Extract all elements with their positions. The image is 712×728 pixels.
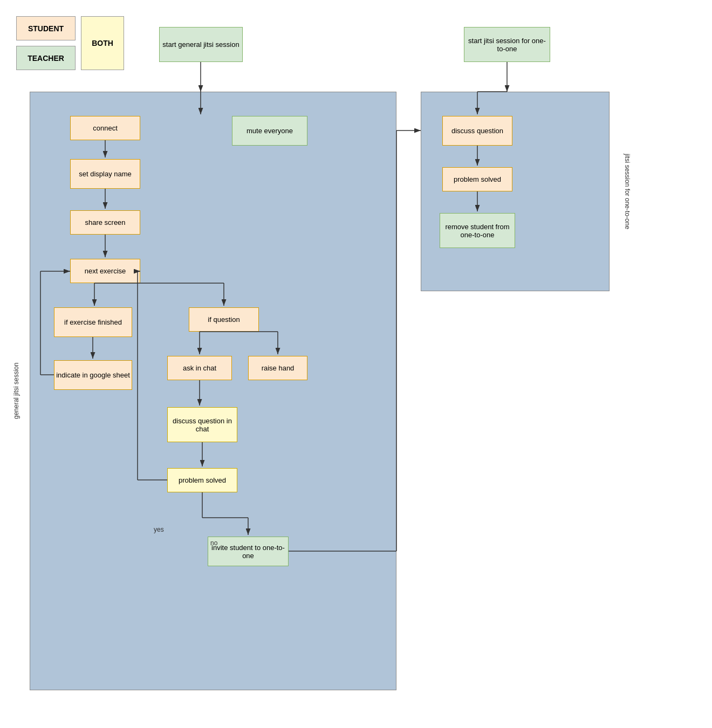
box-raise-hand: raise hand bbox=[248, 356, 307, 380]
box-if-exercise-finished: if exercise finished bbox=[54, 307, 132, 337]
box-indicate-google-sheet: indicate in google sheet bbox=[54, 360, 132, 390]
box-ask-in-chat: ask in chat bbox=[167, 356, 232, 380]
box-start-onetoone: start jitsi session for one-to-one bbox=[464, 27, 550, 62]
box-share-screen: share screen bbox=[70, 210, 140, 235]
diagram-container: STUDENT TEACHER BOTH start general jitsi… bbox=[0, 0, 712, 728]
box-start-general: start general jitsi session bbox=[159, 27, 243, 62]
box-if-question: if question bbox=[189, 307, 259, 332]
label-yes: yes bbox=[154, 526, 164, 533]
box-connect: connect bbox=[70, 116, 140, 140]
box-problem-solved-main: problem solved bbox=[167, 468, 237, 492]
box-remove-student: remove student from one-to-one bbox=[440, 213, 515, 248]
container-general-label: general jitsi session bbox=[8, 92, 24, 690]
legend-student: STUDENT bbox=[16, 16, 76, 40]
box-set-display-name: set display name bbox=[70, 159, 140, 189]
legend-both: BOTH bbox=[81, 16, 124, 70]
label-no: no bbox=[210, 539, 217, 547]
box-problem-solved-onetoone: problem solved bbox=[442, 167, 512, 191]
box-discuss-question-onetoone: discuss question bbox=[442, 116, 512, 146]
box-discuss-question-chat: discuss question in chat bbox=[167, 407, 237, 442]
container-onetoone-label: jitsi session for one-to-one bbox=[619, 92, 635, 291]
box-mute-everyone: mute everyone bbox=[232, 116, 307, 146]
legend-teacher: TEACHER bbox=[16, 46, 76, 70]
box-invite-student: invite student to one-to-one bbox=[208, 537, 289, 566]
box-next-exercise: next exercise bbox=[70, 259, 140, 283]
